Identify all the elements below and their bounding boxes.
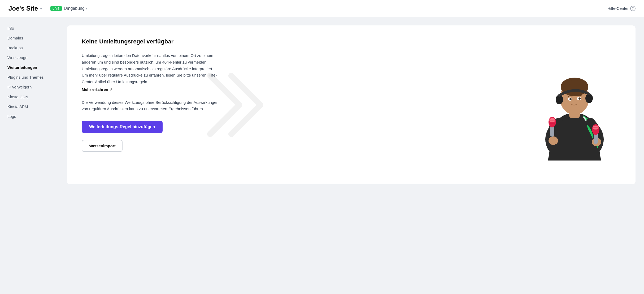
background-decoration — [205, 60, 274, 150]
site-chevron-icon: ▾ — [40, 6, 42, 11]
card-body-text-1: Umleitungsregeln leiten den Datenverkehr… — [82, 52, 220, 93]
content-inner: Keine Umleitungsregel verfügbar Umleitun… — [82, 38, 220, 152]
content-card: Keine Umleitungsregel verfügbar Umleitun… — [67, 25, 636, 184]
sidebar: Info Domains Backups Werkzeuge Weiterlei… — [0, 17, 58, 294]
env-label: Umgebung ▾ — [64, 6, 87, 11]
sidebar-item-backups[interactable]: Backups — [0, 43, 58, 53]
sidebar-item-ip-verweigern[interactable]: IP verweigern — [0, 82, 58, 92]
site-name-text: Joe's Site — [8, 5, 38, 12]
sidebar-item-domains[interactable]: Domains — [0, 33, 58, 43]
main-content: Keine Umleitungsregel verfügbar Umleitun… — [58, 17, 644, 294]
svg-point-10 — [578, 97, 581, 100]
help-center-link[interactable]: Hilfe-Center ? — [607, 6, 636, 11]
sidebar-item-weiterleitungen[interactable]: Weiterleitungen — [0, 63, 58, 72]
mehr-erfahren-link[interactable]: Mehr erfahren ↗ — [82, 86, 112, 93]
sidebar-item-plugins-themes[interactable]: Plugins und Themes — [0, 72, 58, 82]
top-navigation: Joe's Site ▾ LIVE Umgebung ▾ Hilfe-Cente… — [0, 0, 644, 17]
sidebar-item-kinsta-cdn[interactable]: Kinsta CDN — [0, 92, 58, 102]
action-buttons: Weiterleitungs-Regel hinzufügen Massenim… — [82, 121, 220, 152]
live-badge: LIVE — [50, 6, 62, 11]
illustration — [529, 49, 620, 161]
sidebar-item-logs[interactable]: Logs — [0, 112, 58, 121]
card-body-text-2: Die Verwendung dieses Werkzeugs ohne Ber… — [82, 99, 220, 113]
environment-selector[interactable]: LIVE Umgebung ▾ — [50, 6, 87, 11]
help-center-label: Hilfe-Center — [607, 6, 629, 11]
add-redirect-rule-button[interactable]: Weiterleitungs-Regel hinzufügen — [82, 121, 163, 133]
arrow-icon: ↗ — [109, 87, 112, 93]
page-layout: Info Domains Backups Werkzeuge Weiterlei… — [0, 17, 644, 294]
help-circle-icon: ? — [630, 6, 636, 11]
svg-point-11 — [549, 136, 558, 145]
sidebar-item-info[interactable]: Info — [0, 23, 58, 33]
env-chevron-icon: ▾ — [86, 7, 87, 10]
svg-point-8 — [569, 98, 572, 100]
person-illustration — [529, 49, 620, 161]
site-title[interactable]: Joe's Site ▾ — [8, 5, 42, 12]
sidebar-item-werkzeuge[interactable]: Werkzeuge — [0, 53, 58, 63]
mass-import-button[interactable]: Massenimport — [82, 140, 123, 152]
card-title: Keine Umleitungsregel verfügbar — [82, 38, 220, 45]
sidebar-item-kinsta-apm[interactable]: Kinsta APM — [0, 102, 58, 112]
